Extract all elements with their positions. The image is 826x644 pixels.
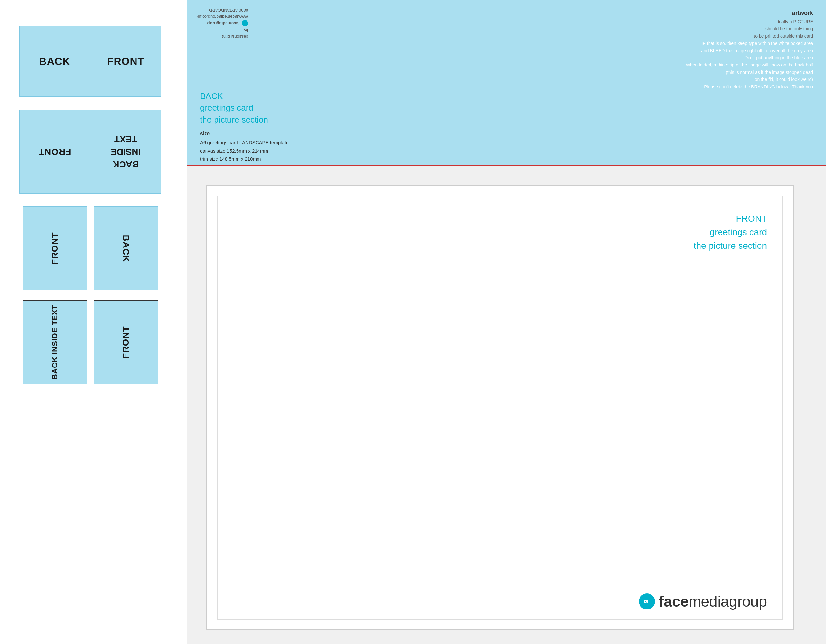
back-label-row3-right: BACK (121, 235, 131, 262)
size-line2: canvas size 152.5mm x 214mm (200, 147, 289, 155)
back-section-text: BACK greetings card the picture section … (200, 90, 289, 171)
branding-text: seasonal print by f facemediagroup www.f… (197, 6, 248, 40)
card-back-portrait-right: BACK (93, 206, 158, 290)
artwork-line9: on the fid, it could look weird) (686, 76, 813, 83)
card-row-3: FRONT BACK (23, 206, 158, 290)
card-front-portrait-left: FRONT (23, 206, 87, 290)
size-line3: trim size 148.5mm x 210mm (200, 155, 289, 163)
right-panel: seasonal print by f facemediagroup www.f… (187, 0, 826, 644)
size-line1: A6 greetings card LANDSCAPE template (200, 138, 289, 147)
front-label-row4-right: FRONT (121, 326, 131, 358)
back-section-title: BACK greetings card the picture section (200, 90, 289, 126)
card-front-row2-left: FRONT (19, 110, 90, 194)
fmg-text-bold: face (659, 593, 689, 610)
front-card-box: FRONT greetings card the picture section (206, 185, 794, 630)
fmg-text: facemediagroup (659, 593, 767, 610)
front-label-row1: FRONT (107, 56, 144, 67)
back-inside-label-row2: BACK INSIDE TEXT (111, 133, 141, 171)
artwork-line7: When folded, a thin strip of the image w… (686, 61, 813, 68)
artwork-title: artwork (686, 10, 813, 17)
fmg-branding: facemediagroup (639, 593, 767, 610)
back-inside-label-row4: BACK INSIDE TEXT (50, 304, 60, 379)
artwork-line4: IF that is so, then keep type within the… (686, 40, 813, 47)
front-section-title: FRONT greetings card the picture section (694, 212, 767, 253)
artwork-line3: to be printed outside this card (686, 33, 813, 40)
card-row-4: BACK INSIDE TEXT FRONT (23, 300, 158, 384)
artwork-line8: (this is normal as if the image stopped … (686, 69, 813, 76)
artwork-line10: Please don't delete the BRANDING below -… (686, 83, 813, 90)
artwork-line2: should be the only thing (686, 25, 813, 32)
card-back-inside-row2-right: BACK INSIDE TEXT (90, 110, 161, 194)
artwork-notes: artwork ideally a PICTURE should be the … (686, 10, 813, 90)
card-back-inside-row4-left: BACK INSIDE TEXT (23, 300, 87, 384)
fmg-icon (639, 593, 655, 610)
front-label-row2: FRONT (39, 146, 71, 157)
card-row-2: FRONT BACK INSIDE TEXT (19, 110, 161, 194)
front-card-label: FRONT greetings card the picture section (694, 212, 767, 253)
size-label: size (200, 131, 289, 137)
small-fmg-icon: f (242, 20, 248, 26)
front-card-inner-border (217, 196, 783, 620)
card-back-front-row1-left: BACK (19, 26, 90, 97)
fmg-text-normal: mediagroup (689, 593, 767, 610)
card-row-1: BACK FRONT (19, 26, 161, 97)
info-section: seasonal print by f facemediagroup www.f… (187, 0, 826, 184)
front-preview-section: FRONT greetings card the picture section (187, 164, 826, 644)
left-panel: BACK FRONT FRONT BACK INSIDE TEXT FRONT … (0, 0, 181, 644)
front-label-row3-left: FRONT (50, 232, 60, 265)
artwork-line6: Don't put anything in the blue area (686, 54, 813, 61)
card-front-row1-right: FRONT (90, 26, 161, 97)
header-branding: seasonal print by f facemediagroup www.f… (197, 6, 248, 40)
card-front-row4-right: FRONT (93, 300, 158, 384)
back-label-row1: BACK (39, 56, 70, 67)
svg-point-2 (645, 601, 646, 602)
artwork-line1: ideally a PICTURE (686, 18, 813, 25)
artwork-line5: and BLEED the image right off to cover a… (686, 47, 813, 54)
svg-rect-3 (647, 600, 648, 603)
